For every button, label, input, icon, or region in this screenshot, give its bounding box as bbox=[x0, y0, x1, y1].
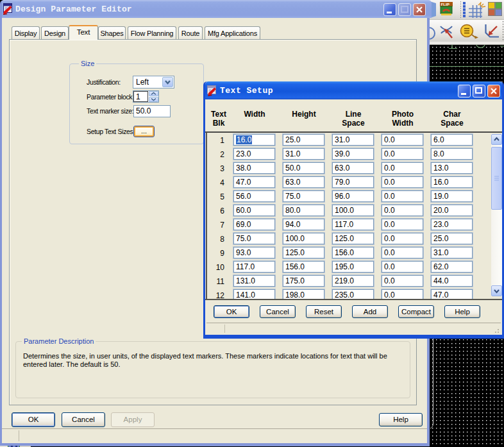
svg-text:FLIP: FLIP bbox=[441, 2, 449, 6]
